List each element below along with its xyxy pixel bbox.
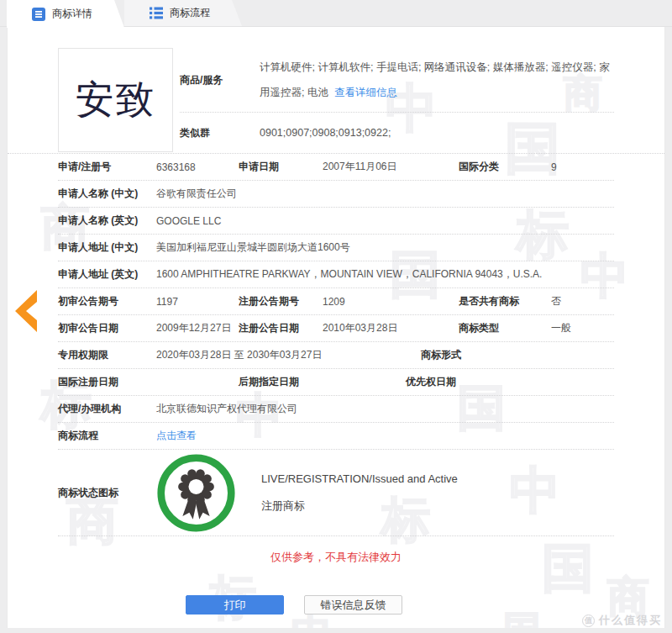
table-row: 申请人地址 (英文) 1600 AMPHITHEATRE PARKWAY，MOU…: [58, 261, 614, 288]
similar-group-label: 类似群: [180, 126, 260, 140]
field-value: GOOGLE LLC: [156, 215, 614, 227]
status-label: 商标状态图标: [58, 486, 156, 500]
disclaimer-text: 仅供参考，不具有法律效力: [8, 550, 664, 565]
field-value: 1209: [323, 296, 459, 308]
table-row: 初审公告日期 2009年12月27日 注册公告日期 2010年03月28日 商标…: [58, 315, 614, 342]
field-value: 谷歌有限责任公司: [156, 187, 614, 201]
tab-label: 商标流程: [170, 6, 210, 20]
field-label: 申请人地址 (英文): [58, 267, 156, 282]
divider: [58, 535, 614, 536]
error-feedback-button[interactable]: 错误信息反馈: [304, 595, 402, 615]
field-value: 一般: [551, 321, 614, 335]
field-label: 注册公告日期: [239, 321, 323, 335]
smzdm-watermark-text: 什么值得买: [599, 613, 662, 628]
field-label: 初审公告期号: [58, 294, 156, 309]
trademark-text: 安致: [76, 74, 156, 126]
field-label: 申请日期: [239, 160, 323, 174]
print-button[interactable]: 打印: [186, 595, 284, 615]
chevron-left-icon: [13, 289, 39, 333]
view-details-link[interactable]: 查看详细信息: [334, 87, 397, 98]
award-badge-icon: [156, 453, 236, 533]
goods-services-label: 商品/服务: [180, 73, 260, 87]
trademark-image: 安致: [58, 48, 173, 152]
field-label: 国际注册日期: [58, 375, 156, 389]
field-value: 2007年11月06日: [323, 160, 459, 174]
field-label: 国际分类: [459, 160, 551, 174]
field-label: 申请人地址 (中文): [58, 240, 156, 255]
field-label: 代理/办理机构: [58, 402, 156, 416]
goods-services-text: 计算机硬件; 计算机软件; 手提电话; 网络通讯设备; 媒体播放器; 遥控仪器;…: [260, 61, 610, 98]
smzdm-watermark: 值 什么值得买: [582, 613, 662, 628]
table-row: 商标流程 点击查看: [58, 423, 614, 450]
field-value: 2020年03月28日 至 2030年03月27日: [156, 348, 421, 362]
list-icon: [150, 7, 163, 19]
field-label: 申请人名称 (中文): [58, 187, 156, 201]
field-label: 后期指定日期: [239, 375, 406, 389]
field-label: 申请/注册号: [58, 160, 156, 174]
field-value: 1197: [156, 296, 239, 308]
goods-services-value: 计算机硬件; 计算机软件; 手提电话; 网络通讯设备; 媒体播放器; 遥控仪器;…: [260, 55, 614, 105]
status-line2: 注册商标: [261, 498, 458, 514]
field-value: 北京联德知识产权代理有限公司: [156, 402, 614, 416]
field-label: 申请人名称 (英文): [58, 214, 156, 228]
trademark-detail-card: 中国商标中国商标中国商标中国商标中国 安致 商品/服务 计算机硬件; 计算机软件…: [7, 27, 665, 628]
status-row: 商标状态图标: [58, 450, 614, 535]
tab-bar: 商标详情 商标流程: [0, 0, 672, 27]
field-label: 优先权日期: [406, 375, 498, 389]
field-value: 9: [551, 161, 614, 173]
table-row: 申请/注册号 6363168 申请日期 2007年11月06日 国际分类 9: [58, 154, 614, 181]
field-label: 商标形式: [421, 348, 513, 362]
process-view-link[interactable]: 点击查看: [156, 429, 197, 443]
field-value: 美国加利福尼亚山景城半圆剧场大道1600号: [156, 240, 614, 255]
table-row: 申请人名称 (中文) 谷歌有限责任公司: [58, 181, 614, 208]
field-label: 商标流程: [58, 429, 156, 443]
smzdm-logo-icon: 值: [582, 615, 595, 627]
tab-trademark-detail[interactable]: 商标详情: [7, 0, 124, 28]
field-label: 初审公告日期: [58, 321, 156, 335]
field-value: 2009年12月27日: [156, 321, 239, 335]
tab-label: 商标详情: [52, 7, 92, 21]
top-section: 安致 商品/服务 计算机硬件; 计算机软件; 手提电话; 网络通讯设备; 媒体播…: [8, 27, 664, 154]
table-row: 国际注册日期 后期指定日期 优先权日期: [58, 369, 614, 396]
field-value: 6363168: [156, 161, 239, 173]
field-label: 专用权期限: [58, 348, 156, 362]
similar-group-value: 0901;0907;0908;0913;0922;: [260, 120, 614, 145]
status-line1: LIVE/REGISTRATION/Issued and Active: [261, 472, 458, 485]
field-label: 是否共有商标: [459, 294, 551, 309]
prev-arrow[interactable]: [13, 289, 39, 333]
table-row: 专用权期限 2020年03月28日 至 2030年03月27日 商标形式: [58, 342, 614, 369]
field-value: 否: [551, 294, 614, 309]
field-value: 2010年03月28日: [323, 321, 459, 335]
field-label: 注册公告期号: [239, 294, 323, 309]
table-row: 申请人地址 (中文) 美国加利福尼亚山景城半圆剧场大道1600号: [58, 235, 614, 261]
field-value: 1600 AMPHITHEATRE PARKWAY，MOUNTAIN VIEW，…: [156, 267, 614, 282]
field-label: 商标类型: [459, 321, 551, 335]
table-row: 初审公告期号 1197 注册公告期号 1209 是否共有商标 否: [58, 288, 614, 315]
table-row: 代理/办理机构 北京联德知识产权代理有限公司: [58, 396, 614, 423]
document-icon: [32, 8, 45, 21]
tab-trademark-process[interactable]: 商标流程: [124, 0, 242, 26]
button-row: 打印 错误信息反馈: [8, 595, 664, 615]
table-row: 申请人名称 (英文) GOOGLE LLC: [58, 208, 614, 235]
